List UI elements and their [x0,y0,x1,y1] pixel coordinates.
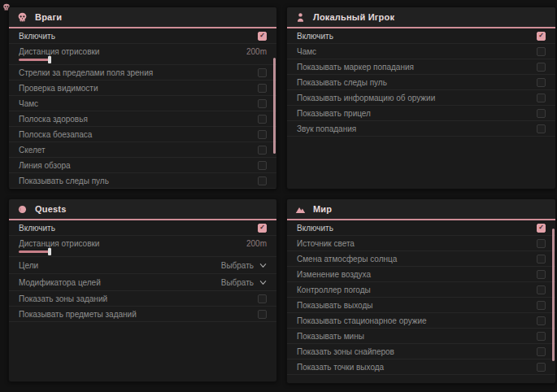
row-toggle[interactable]: Показывать прицел [287,106,555,121]
chevron-down-icon [259,262,267,269]
checkbox-unchecked[interactable] [258,115,267,124]
row-toggle[interactable]: Линия обзора [9,158,276,173]
panel-header-world[interactable]: Мир [287,199,555,220]
checkbox-unchecked[interactable] [537,332,546,341]
row-toggle[interactable]: Полоска здоровья [9,111,276,127]
panel-header-enemies[interactable]: Враги [9,7,276,28]
row-toggle[interactable]: Включить✓ [287,220,555,236]
checkbox-unchecked[interactable] [537,270,546,279]
row-toggle[interactable]: Включить✓ [9,220,276,236]
slider-track[interactable] [19,250,50,253]
row-toggle[interactable]: Звук попадания [287,121,555,137]
checkbox-checked[interactable]: ✓ [537,224,546,233]
row-label: Показать точки выхода [297,363,537,372]
checkbox-unchecked[interactable] [258,84,267,93]
row-toggle[interactable]: Показывать мины [287,329,555,344]
checkbox-unchecked[interactable] [258,294,267,303]
row-label: Смена атмосферы солнца [297,255,537,264]
checkbox-unchecked[interactable] [258,130,267,139]
checkmark-icon: ✓ [259,224,265,231]
checkbox-unchecked[interactable] [537,301,546,310]
row-toggle[interactable]: Показывать маркер попадания [287,59,555,75]
scrollbar[interactable] [273,58,276,154]
checkbox-unchecked[interactable] [258,68,267,77]
row-toggle[interactable]: Полоска боезапаса [9,127,276,142]
row-toggle[interactable]: Включить✓ [9,28,276,44]
skull-icon [17,12,28,23]
row-label: Полоска здоровья [19,115,258,124]
row-toggle[interactable]: Показывать стационарное оружие [287,313,555,329]
slider-handle[interactable] [48,56,51,63]
row-toggle[interactable]: Чамс [9,96,276,111]
row-toggle[interactable]: Показать точки выхода [287,359,555,375]
panel-world: МирВключить✓Источник светаСмена атмосфер… [286,198,556,384]
scrollbar[interactable] [552,229,555,361]
row-label: Контроллер погоды [297,285,537,294]
checkbox-unchecked[interactable] [537,363,546,372]
row-label: Звук попадания [297,124,537,133]
row-toggle[interactable]: Скелет [9,142,276,158]
panel-rows: Включить✓Источник светаСмена атмосферы с… [287,220,555,375]
row-toggle[interactable]: Показывать информацию об оружии [287,90,555,106]
row-toggle[interactable]: Показывать следы пуль [9,173,276,189]
row-label: Линия обзора [19,161,258,170]
dropdown[interactable]: Выбрать [221,278,267,287]
checkbox-unchecked[interactable] [537,255,546,264]
checkbox-unchecked[interactable] [537,347,546,356]
row-toggle[interactable]: Чамс [287,44,555,59]
checkbox-unchecked[interactable] [537,47,546,56]
checkbox-unchecked[interactable] [537,94,546,102]
panel-rows: Включить✓Дистанция отрисовки200mЦелиВыбр… [9,220,276,322]
row-toggle[interactable]: Проверка видимости [9,81,276,96]
row-toggle[interactable]: Показывать следы пуль [287,75,555,90]
checkbox-unchecked[interactable] [537,124,546,133]
row-slider[interactable]: Дистанция отрисовки200m [9,44,276,65]
slider-handle[interactable] [48,248,51,255]
row-slider[interactable]: Дистанция отрисовки200m [9,236,276,257]
dropdown[interactable]: Выбрать [221,261,267,270]
row-toggle[interactable]: Включить✓ [287,28,555,44]
row-toggle[interactable]: Показывать предметы заданий [9,307,276,322]
row-label: Источник света [297,239,537,248]
slider-value: 200m [246,239,267,248]
row-label: Модификатора целей [19,278,221,287]
row-select[interactable]: ЦелиВыбрать [9,257,276,274]
row-label: Включить [19,32,258,41]
panel-quests: QuestsВключить✓Дистанция отрисовки200mЦе… [8,198,277,382]
person-icon [295,12,306,23]
checkbox-unchecked[interactable] [258,310,267,319]
checkbox-unchecked[interactable] [537,78,546,87]
checkbox-unchecked[interactable] [537,63,546,72]
row-toggle[interactable]: Источник света [287,236,555,251]
checkbox-unchecked[interactable] [537,239,546,248]
row-label: Дистанция отрисовки [19,239,246,248]
checkbox-unchecked[interactable] [258,161,267,170]
panel-header-quests[interactable]: Quests [9,199,276,220]
row-select[interactable]: Модификатора целейВыбрать [9,274,276,291]
checkbox-unchecked[interactable] [537,109,546,118]
row-label: Показывать мины [297,332,537,341]
checkbox-checked[interactable]: ✓ [537,32,546,41]
mountain-icon [295,204,306,215]
checkbox-unchecked[interactable] [258,146,267,155]
dropdown-value: Выбрать [221,261,254,270]
checkbox-unchecked[interactable] [258,99,267,108]
checkbox-unchecked[interactable] [258,176,267,185]
checkbox-checked[interactable]: ✓ [258,32,267,41]
row-label: Включить [297,32,537,41]
row-toggle[interactable]: Контроллер погоды [287,282,555,298]
row-label: Показывать выходы [297,301,537,310]
row-label: Стрелки за пределами поля зрения [19,68,258,77]
panel-header-local-player[interactable]: Локальный Игрок [287,7,555,28]
slider-track[interactable] [19,59,50,61]
row-toggle[interactable]: Показывать выходы [287,298,555,313]
row-toggle[interactable]: Стрелки за пределами поля зрения [9,65,276,81]
dropdown-value: Выбрать [221,278,254,287]
checkbox-unchecked[interactable] [537,285,546,294]
row-toggle[interactable]: Изменение воздуха [287,267,555,282]
checkbox-unchecked[interactable] [537,316,546,325]
row-toggle[interactable]: Смена атмосферы солнца [287,251,555,267]
checkbox-checked[interactable]: ✓ [258,224,267,233]
row-toggle[interactable]: Показать зоны снайперов [287,344,555,359]
row-toggle[interactable]: Показать зоны заданий [9,291,276,307]
